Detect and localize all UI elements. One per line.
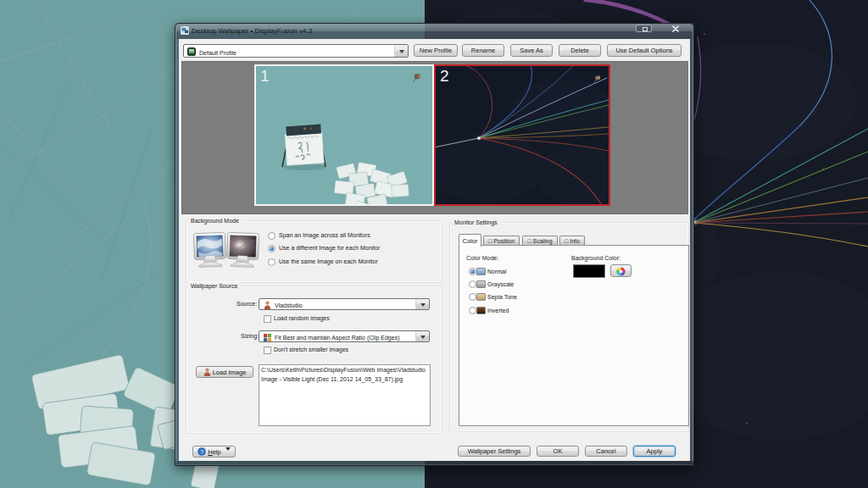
svg-text:?: ? <box>200 448 203 456</box>
